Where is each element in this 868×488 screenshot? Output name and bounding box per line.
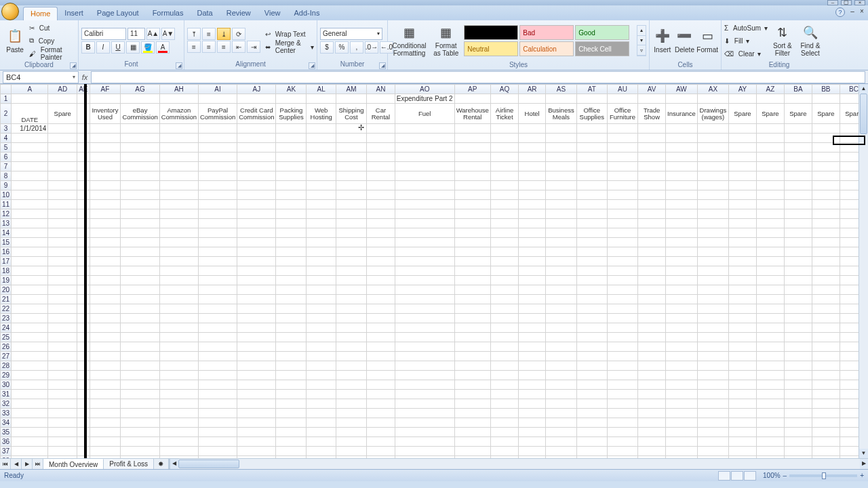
cell[interactable] (607, 352, 638, 361)
cell[interactable] (490, 124, 518, 134)
cell[interactable] (756, 361, 784, 371)
cell[interactable] (237, 304, 276, 314)
row-header[interactable]: 18 (1, 266, 12, 276)
cell[interactable] (546, 447, 577, 456)
cell[interactable] (159, 94, 198, 104)
cell[interactable] (336, 209, 366, 219)
cell[interactable] (121, 295, 159, 304)
cell[interactable] (728, 295, 756, 304)
cell[interactable] (77, 390, 90, 399)
comma-button[interactable]: , (350, 41, 363, 54)
cell[interactable] (638, 342, 666, 352)
cell[interactable] (607, 371, 638, 380)
cell[interactable] (237, 162, 276, 171)
cell[interactable] (48, 323, 77, 333)
row-header[interactable]: 26 (1, 342, 12, 352)
cell[interactable] (728, 304, 756, 314)
cell[interactable] (237, 171, 276, 181)
cell[interactable] (784, 171, 812, 181)
cell[interactable] (546, 209, 577, 219)
cell[interactable] (576, 228, 607, 238)
view-layout-button[interactable] (731, 471, 743, 481)
cell[interactable] (519, 94, 546, 104)
cell[interactable] (728, 228, 756, 238)
cell[interactable] (697, 181, 728, 190)
col-header[interactable]: BB (812, 85, 840, 94)
cell[interactable] (198, 228, 237, 238)
col-header[interactable]: AY (728, 85, 756, 94)
row-header[interactable]: 23 (1, 314, 12, 323)
cell[interactable] (367, 276, 395, 285)
cell[interactable] (728, 124, 756, 134)
cell[interactable] (159, 409, 198, 418)
cell[interactable] (454, 209, 490, 219)
cell[interactable] (519, 200, 546, 209)
cell[interactable] (607, 94, 638, 104)
cell[interactable] (12, 247, 48, 257)
cell[interactable] (276, 190, 307, 200)
cell[interactable] (367, 228, 395, 238)
accounting-button[interactable]: $ (320, 41, 334, 54)
cell[interactable] (665, 190, 697, 200)
cell[interactable] (121, 371, 159, 380)
cell[interactable] (812, 399, 840, 409)
view-normal-button[interactable] (718, 471, 730, 481)
cell[interactable]: Expenditure Part 2 (395, 94, 454, 104)
cell[interactable] (697, 209, 728, 219)
cell[interactable] (665, 304, 697, 314)
scroll-right-button[interactable]: ▶ (860, 459, 868, 469)
cell[interactable] (490, 171, 518, 181)
cell[interactable] (77, 409, 90, 418)
tab-page-layout[interactable]: Page Layout (90, 7, 146, 20)
cell[interactable] (756, 94, 784, 104)
cell[interactable] (48, 124, 77, 134)
row-header[interactable]: 2 (1, 104, 12, 124)
clipboard-launcher[interactable]: ◢ (70, 62, 77, 69)
cell[interactable] (665, 333, 697, 342)
cell[interactable] (454, 219, 490, 228)
cell[interactable] (546, 257, 577, 266)
cell[interactable] (48, 143, 77, 152)
cell[interactable] (490, 257, 518, 266)
cell[interactable] (784, 143, 812, 152)
cell[interactable] (159, 238, 198, 247)
cell[interactable] (638, 219, 666, 228)
cell-styles-gallery[interactable]: Bad Good Neutral Calculation Check Cell (464, 25, 635, 56)
cell[interactable] (812, 276, 840, 285)
cell[interactable] (90, 361, 121, 371)
cell[interactable] (336, 190, 366, 200)
row-header[interactable]: 14 (1, 228, 12, 238)
cell[interactable] (490, 304, 518, 314)
cell[interactable] (12, 295, 48, 304)
cell[interactable] (159, 134, 198, 143)
cell[interactable] (198, 152, 237, 162)
cell[interactable] (121, 304, 159, 314)
cell[interactable] (90, 152, 121, 162)
cell[interactable] (12, 428, 48, 437)
col-header[interactable]: AQ (490, 85, 518, 94)
vscroll-thumb[interactable] (860, 94, 867, 134)
cell[interactable] (665, 314, 697, 323)
cell[interactable] (546, 409, 577, 418)
cell[interactable] (519, 219, 546, 228)
cell[interactable] (307, 143, 336, 152)
cell[interactable] (198, 162, 237, 171)
cell[interactable] (395, 380, 454, 390)
cell[interactable] (12, 171, 48, 181)
cell[interactable] (607, 257, 638, 266)
cell[interactable] (576, 266, 607, 276)
cell[interactable] (90, 409, 121, 418)
cell[interactable] (490, 228, 518, 238)
cell[interactable] (665, 437, 697, 447)
cell[interactable] (490, 371, 518, 380)
cell[interactable] (367, 380, 395, 390)
cell[interactable] (665, 456, 697, 459)
vertical-scrollbar[interactable]: ▲ ▼ (859, 84, 868, 458)
cell[interactable] (812, 304, 840, 314)
cell[interactable] (77, 181, 90, 190)
cell[interactable] (784, 314, 812, 323)
cell[interactable] (90, 352, 121, 361)
cell[interactable] (638, 371, 666, 380)
cell[interactable] (198, 200, 237, 209)
cell[interactable] (159, 399, 198, 409)
